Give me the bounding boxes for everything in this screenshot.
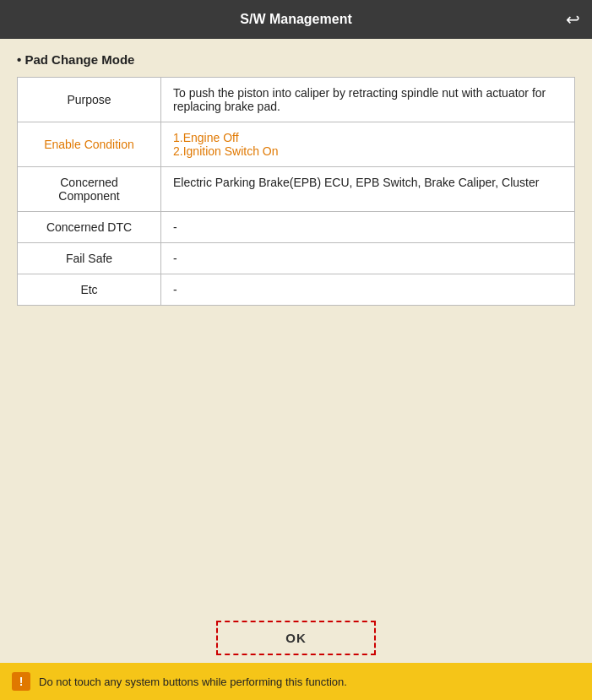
- value-fail-safe: -: [161, 243, 575, 274]
- value-etc: -: [161, 274, 575, 306]
- label-concerned-component: Concerned Component: [18, 167, 161, 212]
- table-row: Etc -: [18, 274, 575, 306]
- enable-condition-line2: 2.Ignition Switch On: [173, 144, 279, 158]
- value-purpose: To push the piston into caliper by retra…: [161, 78, 575, 122]
- warning-text: Do not touch any system buttons while pe…: [39, 676, 347, 688]
- back-icon: ↩: [566, 10, 580, 29]
- enable-condition-line1: 1.Engine Off: [173, 131, 239, 144]
- label-purpose: Purpose: [18, 78, 161, 122]
- label-fail-safe: Fail Safe: [18, 243, 161, 274]
- header: S/W Management ↩: [0, 0, 592, 39]
- button-area: OK: [0, 612, 592, 663]
- table-row: Enable Condition 1.Engine Off 2.Ignition…: [18, 122, 575, 167]
- back-button[interactable]: ↩: [566, 9, 580, 30]
- label-concerned-dtc: Concerned DTC: [18, 212, 161, 243]
- table-row: Concerned Component Electric Parking Bra…: [18, 167, 575, 212]
- value-enable-condition: 1.Engine Off 2.Ignition Switch On: [161, 122, 575, 167]
- table-row: Purpose To push the piston into caliper …: [18, 78, 575, 122]
- warning-icon: !: [12, 672, 30, 691]
- label-etc: Etc: [18, 274, 161, 306]
- label-enable-condition: Enable Condition: [18, 122, 161, 167]
- main-content: • Pad Change Mode Purpose To push the pi…: [0, 39, 592, 612]
- header-title: S/W Management: [240, 12, 351, 27]
- value-concerned-component: Electric Parking Brake(EPB) ECU, EPB Swi…: [161, 167, 575, 212]
- value-concerned-dtc: -: [161, 212, 575, 243]
- ok-button[interactable]: OK: [216, 621, 376, 655]
- section-title: • Pad Change Mode: [17, 52, 575, 67]
- table-row: Concerned DTC -: [18, 212, 575, 243]
- warning-bar: ! Do not touch any system buttons while …: [0, 663, 592, 700]
- table-row: Fail Safe -: [18, 243, 575, 274]
- info-table: Purpose To push the piston into caliper …: [17, 77, 575, 306]
